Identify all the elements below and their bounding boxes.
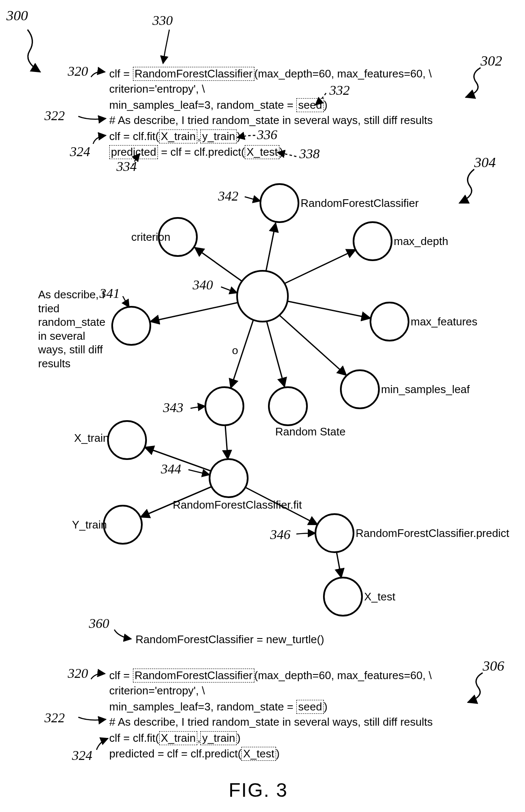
label-predict: RandomForestClassifier.predict: [356, 527, 509, 540]
code-text: clf =: [109, 67, 133, 80]
code-text: min_samples_leaf=3, random_state =: [109, 700, 296, 713]
ref-344: 344: [161, 461, 181, 477]
code-text: ): [237, 130, 240, 143]
ref-300: 300: [6, 8, 28, 24]
ref-338: 338: [299, 146, 320, 162]
code-text: ): [237, 732, 240, 744]
svg-point-6: [269, 387, 307, 425]
code-text: ): [279, 146, 283, 158]
code306-line2: criterion='entropy', \: [109, 684, 205, 697]
code-text: min_samples_leaf=3, random_state =: [109, 99, 296, 111]
ref-322-upper: 322: [44, 108, 65, 124]
ref-324-lower: 324: [72, 748, 92, 763]
code306-line5: clf = clf.fit(X_train,y_train): [109, 731, 240, 745]
ref-304: 304: [474, 154, 496, 171]
svg-point-7: [112, 307, 150, 345]
svg-point-11: [104, 506, 142, 544]
ref-346: 346: [270, 527, 290, 542]
svg-point-10: [108, 421, 146, 459]
code-text: = clf = clf.predict(: [158, 146, 245, 158]
code306-line3: min_samples_leaf=3, random_state = seed): [109, 700, 327, 714]
code-text: predicted = clf = clf.predict(: [109, 747, 241, 760]
box-x-train-2: X_train: [159, 731, 197, 745]
box-randomforestclassifier: RandomForestClassifier: [133, 67, 254, 81]
box-y-train-2: y_train: [200, 731, 237, 745]
box-y-train: y_train: [200, 129, 237, 143]
box-predicted: predicted: [109, 145, 158, 159]
code-text: ): [324, 700, 328, 713]
ref-306: 306: [483, 658, 504, 674]
ref-324-upper: 324: [70, 144, 90, 160]
box-seed: seed: [296, 98, 323, 112]
box-randomforestclassifier-2: RandomForestClassifier: [133, 669, 254, 683]
box-seed-2: seed: [296, 700, 323, 714]
figure-3-page: 300 302 304 306 330 320 322 324 332 336 …: [0, 0, 525, 812]
label-fit: RandomForestClassifier.fit: [173, 498, 302, 512]
label-x-train: X_train: [74, 432, 109, 445]
box-x-test: X_test: [245, 145, 279, 159]
code302-comment: # As describe, I tried random_state in s…: [109, 114, 433, 127]
svg-point-8: [205, 387, 243, 425]
code-text: ,: [197, 732, 200, 744]
ref-342: 342: [218, 188, 238, 204]
label-criterion: criterion: [131, 231, 170, 244]
code302-line1: clf = RandomForestClassifier(max_depth=6…: [109, 67, 432, 81]
ref-320-upper: 320: [68, 63, 88, 79]
label-x-test: X_test: [364, 590, 395, 603]
svg-point-9: [210, 459, 248, 497]
code302-line2: criterion='entropy', \: [109, 83, 205, 96]
ref-340: 340: [193, 277, 213, 293]
code-text: clf =: [109, 669, 133, 682]
code302-line6: predicted = clf = clf.predict(X_test): [109, 145, 283, 159]
label-rfc: RandomForestClassifier: [301, 197, 419, 210]
ref-322-lower: 322: [44, 710, 65, 726]
svg-point-0: [237, 271, 288, 322]
ref-320-lower: 320: [68, 666, 88, 681]
label-min-samples-leaf: min_samples_leaf: [381, 383, 470, 396]
code302-line3: min_samples_leaf=3, random_state = seed): [109, 98, 327, 112]
line-360: RandomForestClassifier = new_turtle(): [135, 633, 324, 646]
ref-360: 360: [89, 616, 109, 631]
svg-point-4: [370, 303, 409, 341]
code-text: clf = clf.fit(: [109, 732, 159, 744]
code306-comment: # As describe, I tried random_state in s…: [109, 716, 433, 729]
code-text: (max_depth=60, max_features=60, \: [254, 669, 432, 682]
label-random-state: Random State: [275, 425, 345, 438]
label-max-depth: max_depth: [394, 235, 448, 248]
svg-point-5: [341, 370, 379, 408]
ref-330: 330: [152, 13, 173, 28]
ref-334: 334: [116, 159, 137, 174]
label-edge-o: o: [232, 344, 238, 357]
svg-point-13: [324, 578, 362, 616]
code-text: ): [276, 747, 280, 760]
code-text: (max_depth=60, max_features=60, \: [254, 67, 432, 80]
code-text: clf = clf.fit(: [109, 130, 159, 143]
code306-line1: clf = RandomForestClassifier(max_depth=6…: [109, 669, 432, 683]
code-text: ,: [197, 130, 200, 143]
svg-point-12: [315, 514, 354, 552]
label-y-train: Y_train: [72, 518, 107, 531]
box-x-test-2: X_test: [241, 747, 276, 761]
svg-point-1: [260, 184, 298, 222]
code302-line5: clf = clf.fit(X_train,y_train): [109, 129, 240, 143]
ref-302: 302: [481, 53, 502, 69]
ref-332: 332: [329, 83, 350, 98]
ref-343: 343: [163, 400, 183, 416]
ref-336: 336: [257, 127, 277, 143]
label-comment-341: As describe, I tried random_state in sev…: [38, 288, 112, 370]
code-text: ): [324, 99, 328, 111]
label-max-features: max_features: [411, 315, 478, 328]
box-x-train: X_train: [159, 129, 197, 143]
figure-caption: FIG. 3: [229, 779, 288, 801]
code306-line6: predicted = clf = clf.predict(X_test): [109, 747, 280, 761]
svg-point-3: [354, 222, 392, 260]
